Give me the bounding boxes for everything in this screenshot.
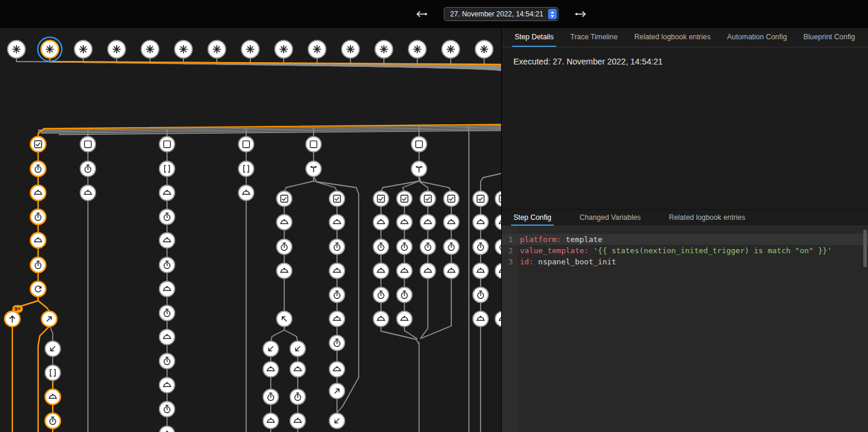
trace-node-choose[interactable] bbox=[411, 161, 427, 176]
trace-node-timer[interactable] bbox=[420, 239, 435, 254]
trace-node-timer[interactable] bbox=[45, 413, 60, 428]
trace-node-dome[interactable] bbox=[397, 311, 412, 326]
code-line[interactable]: 3id: nspanel_boot_init bbox=[502, 256, 868, 267]
trace-node-trigger[interactable] bbox=[375, 40, 393, 58]
trace-node-check[interactable] bbox=[277, 191, 292, 206]
trace-node-check[interactable] bbox=[444, 191, 459, 206]
tab-step-details[interactable]: Step Details bbox=[512, 28, 556, 47]
trace-node-dome[interactable] bbox=[329, 311, 345, 326]
trace-node-timer[interactable] bbox=[30, 209, 46, 224]
trace-node-timer[interactable] bbox=[373, 239, 389, 254]
trace-node-dome[interactable] bbox=[397, 263, 412, 278]
trace-node-dome[interactable] bbox=[473, 263, 488, 278]
trace-node-dome[interactable] bbox=[263, 413, 278, 428]
trace-node-dome[interactable] bbox=[420, 263, 435, 278]
trace-node-dome[interactable] bbox=[239, 185, 254, 200]
trace-node-square[interactable] bbox=[159, 137, 175, 152]
trace-node-dome[interactable] bbox=[159, 377, 175, 393]
tab-automation-config[interactable]: Automation Config bbox=[725, 28, 789, 47]
trace-node-trigger[interactable] bbox=[308, 40, 326, 58]
trace-node-choose[interactable] bbox=[306, 161, 321, 176]
trace-node-timer[interactable] bbox=[159, 257, 175, 273]
trace-node-sw[interactable] bbox=[290, 341, 305, 356]
trace-node-trigger[interactable] bbox=[475, 40, 493, 58]
trace-node-dome[interactable] bbox=[277, 263, 292, 278]
trace-node-dome[interactable] bbox=[420, 215, 435, 230]
yaml-editor[interactable]: 1platform: template2value_template: '{{ … bbox=[502, 226, 868, 432]
trace-node-timer[interactable] bbox=[159, 402, 175, 417]
trace-node-check[interactable] bbox=[30, 137, 46, 152]
trace-node-ne[interactable] bbox=[329, 383, 345, 399]
trace-node-timer[interactable] bbox=[444, 239, 459, 254]
trace-node-dome[interactable] bbox=[444, 215, 459, 230]
trace-node-timer[interactable] bbox=[329, 335, 345, 351]
tab-changed-variables[interactable]: Changed Variables bbox=[577, 210, 643, 226]
trace-node-dome[interactable] bbox=[263, 362, 278, 377]
trace-node-check[interactable] bbox=[473, 191, 488, 206]
trace-node-dome[interactable] bbox=[277, 215, 292, 230]
trace-node-timer[interactable] bbox=[473, 239, 488, 254]
trace-node-trigger[interactable] bbox=[8, 40, 25, 58]
trace-node-timer[interactable] bbox=[397, 239, 412, 254]
tab-trace-timeline[interactable]: Trace Timeline bbox=[568, 28, 620, 47]
trace-node-trigger[interactable] bbox=[442, 40, 459, 58]
trace-node-trigger[interactable] bbox=[175, 40, 192, 58]
trace-node-timer[interactable] bbox=[397, 287, 412, 302]
trace-node-nw[interactable] bbox=[277, 311, 292, 326]
trace-node-timer[interactable] bbox=[290, 389, 305, 404]
code-line[interactable]: 2value_template: '{{ states(nextion_init… bbox=[502, 245, 868, 256]
trace-node-timer[interactable] bbox=[159, 305, 175, 321]
trace-node-repeat[interactable] bbox=[30, 281, 46, 297]
trace-node-trigger[interactable] bbox=[241, 40, 259, 58]
trace-node-dome[interactable] bbox=[80, 185, 96, 200]
trace-node-timer[interactable] bbox=[159, 209, 175, 224]
trace-node-dome[interactable] bbox=[159, 233, 175, 248]
trace-node-check[interactable] bbox=[420, 191, 435, 206]
tab-blueprint-config[interactable]: Blueprint Config bbox=[801, 28, 857, 47]
trace-node-trigger[interactable] bbox=[141, 40, 159, 58]
trace-node-timer[interactable] bbox=[473, 287, 488, 302]
trace-node-trigger[interactable] bbox=[74, 40, 92, 58]
trace-node-dome[interactable] bbox=[373, 311, 389, 326]
trace-node-square[interactable] bbox=[239, 137, 254, 152]
previous-run-icon[interactable] bbox=[414, 7, 428, 21]
tab-related-logbook-entries-2[interactable]: Related logbook entries bbox=[666, 210, 747, 226]
trace-node-sw[interactable] bbox=[45, 341, 60, 356]
trace-node-up[interactable] bbox=[5, 311, 20, 326]
trace-node-timer[interactable] bbox=[80, 161, 96, 176]
trace-node-square[interactable] bbox=[411, 137, 427, 152]
trace-node-timer[interactable] bbox=[329, 239, 345, 254]
trace-node-trigger[interactable] bbox=[409, 40, 426, 58]
trace-node-dome[interactable] bbox=[290, 362, 305, 377]
trace-node-timer[interactable] bbox=[30, 257, 46, 273]
trace-node-square[interactable] bbox=[306, 137, 321, 152]
trace-node-dome[interactable] bbox=[329, 362, 345, 377]
trace-node-dome[interactable] bbox=[329, 215, 345, 230]
trace-node-timer[interactable] bbox=[277, 239, 292, 254]
trace-node-brackets[interactable] bbox=[239, 161, 254, 176]
trace-node-dome[interactable] bbox=[30, 185, 46, 200]
trace-node-ne[interactable] bbox=[42, 311, 57, 326]
trace-node-trigger[interactable] bbox=[108, 40, 125, 58]
trace-node-check[interactable] bbox=[329, 191, 345, 206]
trace-node-dome[interactable] bbox=[473, 215, 488, 230]
trace-node-dome[interactable] bbox=[373, 215, 389, 230]
trace-node-timer[interactable] bbox=[329, 287, 345, 302]
trace-node-brackets[interactable] bbox=[159, 161, 175, 176]
run-select[interactable]: 27. November 2022, 14:54:21 bbox=[444, 7, 559, 21]
trace-node-square[interactable] bbox=[80, 137, 96, 152]
trace-node-sw[interactable] bbox=[263, 341, 278, 356]
trace-node-timer[interactable] bbox=[263, 389, 278, 404]
trace-node-timer[interactable] bbox=[373, 287, 389, 302]
trace-node-dome[interactable] bbox=[329, 263, 345, 278]
trace-node-dome[interactable] bbox=[473, 311, 488, 326]
editor-scrollbar[interactable] bbox=[863, 230, 867, 267]
trace-node-sw[interactable] bbox=[329, 413, 345, 428]
trace-node-timer[interactable] bbox=[159, 353, 175, 369]
tab-related-logbook-entries[interactable]: Related logbook entries bbox=[632, 28, 713, 47]
trace-node-dome[interactable] bbox=[159, 185, 175, 200]
trace-node-dome[interactable] bbox=[159, 329, 175, 345]
trace-node-dome[interactable] bbox=[159, 426, 175, 432]
trace-node-trigger[interactable] bbox=[342, 40, 359, 58]
tab-step-config[interactable]: Step Config bbox=[511, 210, 554, 226]
